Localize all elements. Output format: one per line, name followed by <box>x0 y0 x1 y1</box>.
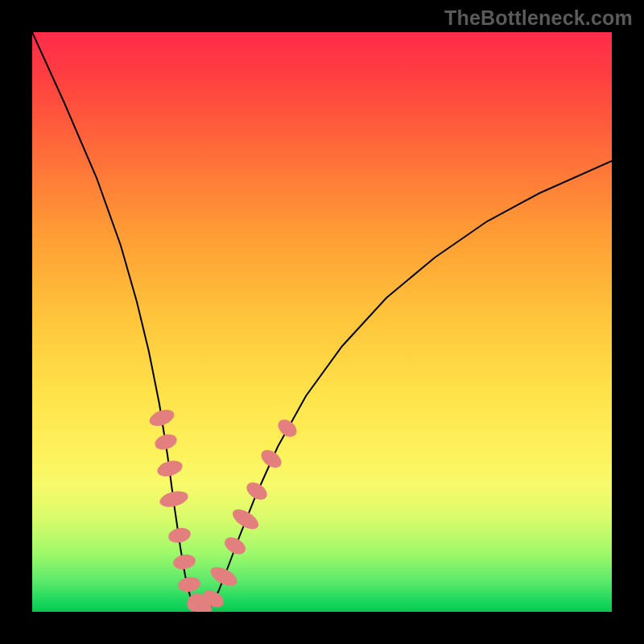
chart-overlay <box>32 32 612 612</box>
right-branch-markers <box>196 416 300 612</box>
curve-marker <box>147 407 176 429</box>
curve-marker <box>172 553 197 572</box>
curve-marker <box>155 458 184 479</box>
curve-marker <box>208 564 240 590</box>
curve-marker <box>229 506 262 533</box>
curve-marker <box>258 446 284 471</box>
bottleneck-curve <box>32 32 612 612</box>
curve-marker <box>158 489 189 510</box>
curve-marker <box>221 534 248 558</box>
watermark-text: TheBottleneck.com <box>444 6 633 30</box>
left-branch-markers <box>147 407 208 612</box>
curve-marker <box>167 526 192 544</box>
curve-marker <box>153 431 179 452</box>
curve-marker <box>275 416 299 441</box>
curve-marker <box>177 576 201 593</box>
curve-marker <box>243 479 270 504</box>
chart-frame: TheBottleneck.com <box>0 0 644 644</box>
